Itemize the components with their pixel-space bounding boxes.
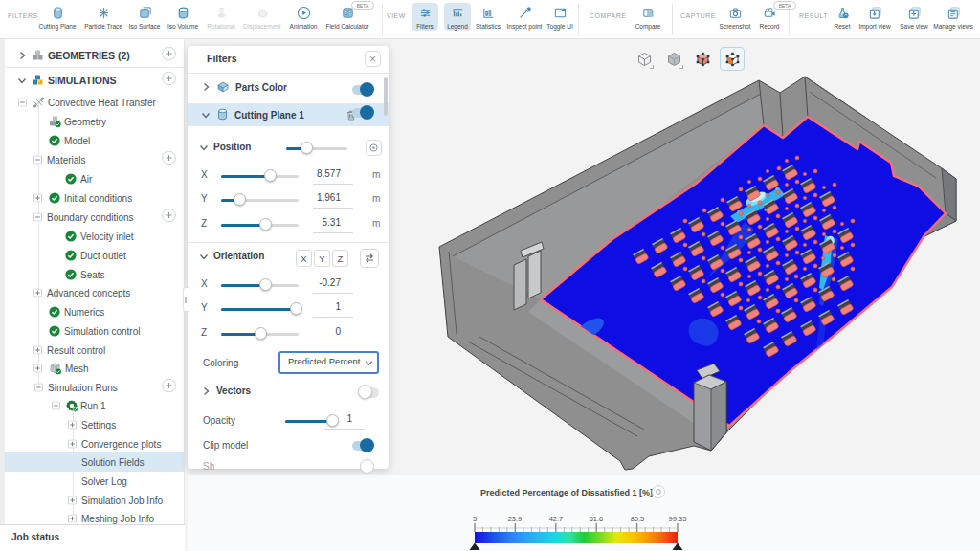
svg-text:23.9: 23.9 [508,515,523,523]
svg-text:99.35: 99.35 [669,515,687,523]
svg-text:5: 5 [473,515,477,523]
svg-text:Predicted Percentage of Dissat: Predicted Percentage of Dissatisfied 1 [… [480,488,653,497]
svg-text:42.7: 42.7 [549,515,564,523]
svg-text:61.6: 61.6 [590,515,604,523]
svg-text:80.5: 80.5 [631,515,645,523]
